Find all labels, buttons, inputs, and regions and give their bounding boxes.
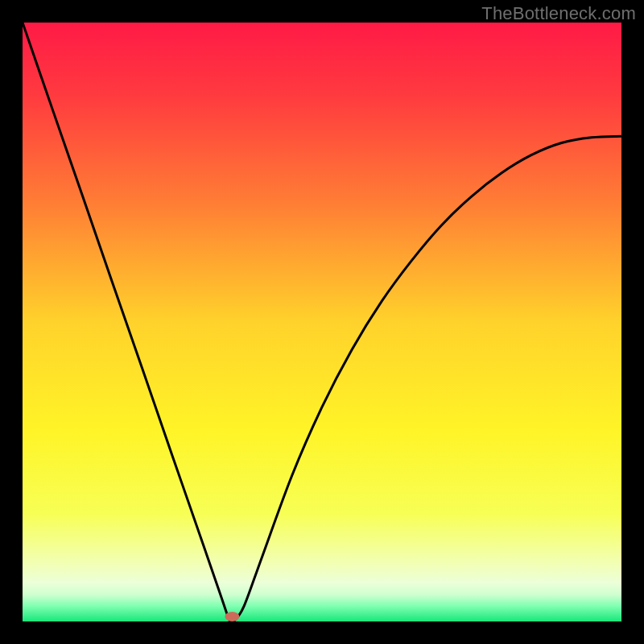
watermark-text: TheBottleneck.com [481, 3, 636, 24]
chart-background [23, 23, 621, 621]
optimal-point-marker [225, 612, 239, 621]
bottleneck-chart [23, 23, 621, 621]
chart-frame [23, 23, 621, 621]
